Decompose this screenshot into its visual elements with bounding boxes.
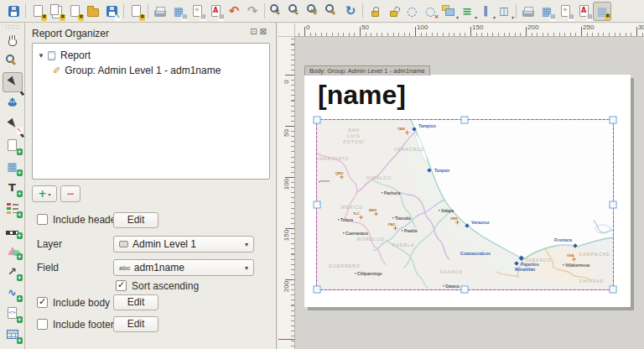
- save-icon[interactable]: [4, 2, 23, 21]
- microtext-settlement-label: [320, 180, 330, 182]
- save-as-icon[interactable]: ✎: [102, 2, 121, 21]
- zoom-actual-icon[interactable]: 1:1: [304, 2, 323, 21]
- svg-text:Tuxpan: Tuxpan: [434, 168, 449, 173]
- svg-text:TAM: TAM: [397, 127, 405, 131]
- distribute-items-icon[interactable]: ‖▾: [476, 2, 495, 21]
- resize-handle-n[interactable]: [461, 117, 469, 124]
- svg-text:HIDALGO: HIDALGO: [366, 175, 392, 180]
- include-footer-checkbox[interactable]: [37, 319, 48, 330]
- add-shape-tool-icon[interactable]: +: [3, 240, 23, 260]
- add-picture-tool-icon-glyph: ▦: [7, 161, 17, 172]
- export-svg-icon[interactable]: ✳▤: [188, 2, 206, 21]
- refresh-icon[interactable]: ↻: [341, 2, 360, 21]
- resize-handle-w[interactable]: [314, 201, 321, 209]
- add-html-tool-icon[interactable]: <>+: [3, 303, 23, 323]
- svg-text:Cuernavaca: Cuernavaca: [345, 232, 368, 236]
- edit-body-button[interactable]: Edit: [113, 294, 158, 310]
- layout-manager-icon[interactable]: ✱: [65, 2, 84, 21]
- svg-text:GUERRERO: GUERRERO: [329, 263, 361, 268]
- export-report-svg-icon-badge: ▤: [568, 14, 574, 21]
- resize-handle-s[interactable]: [461, 286, 469, 294]
- report-page[interactable]: [name]: [304, 75, 631, 307]
- edit-header-button[interactable]: Edit: [113, 212, 158, 228]
- report-title-label[interactable]: [name]: [318, 80, 406, 111]
- duplicate-layout-icon[interactable]: ✱: [47, 2, 65, 21]
- layer-label: Layer: [37, 238, 62, 250]
- add-pages-icon[interactable]: ✱: [127, 2, 145, 21]
- select-move-item-tool-icon[interactable]: [3, 72, 23, 92]
- resize-items-icon[interactable]: ◫▾: [495, 2, 513, 21]
- sort-ascending-checkbox[interactable]: [116, 280, 127, 291]
- export-image-icon[interactable]: ▦▤: [169, 2, 188, 21]
- add-scalebar-tool-icon[interactable]: +: [3, 219, 23, 239]
- add-legend-tool-icon[interactable]: +: [3, 198, 23, 218]
- group-items-icon[interactable]: ◌: [402, 2, 421, 21]
- edit-footer-button[interactable]: Edit: [113, 316, 158, 332]
- add-attribute-table-tool-icon-badge: +: [17, 337, 23, 344]
- pan-tool-icon[interactable]: [3, 30, 23, 50]
- svg-text:Minatitlán: Minatitlán: [515, 267, 535, 272]
- resize-handle-e[interactable]: [610, 201, 617, 209]
- resize-handle-ne[interactable]: [610, 117, 617, 124]
- tree-item-group[interactable]: ✐ Group: Admin Level 1 - adm1name: [33, 63, 269, 78]
- add-attribute-table-tool-icon[interactable]: +: [3, 324, 23, 344]
- redo-icon[interactable]: ↷: [243, 2, 262, 21]
- lock-items-icon[interactable]: [366, 2, 384, 21]
- move-item-content-tool-icon[interactable]: ↔↕: [3, 93, 23, 113]
- include-body-checkbox[interactable]: [37, 297, 48, 308]
- align-items-icon[interactable]: ≡▾: [458, 2, 476, 21]
- svg-text:Frontera: Frontera: [554, 237, 572, 242]
- resize-handle-sw[interactable]: [314, 286, 321, 294]
- tree-item-label: Group: Admin Level 1 - adm1name: [65, 65, 221, 76]
- toolbar-separator: [148, 3, 148, 18]
- raise-items-icon[interactable]: ▾: [439, 2, 458, 21]
- edit-report-icon[interactable]: ▦✱: [593, 2, 611, 21]
- zoom-in-icon[interactable]: +: [267, 2, 286, 21]
- resize-items-icon-glyph: ◫: [499, 6, 508, 16]
- expander-icon[interactable]: ▼: [38, 52, 48, 60]
- add-arrow-tool-icon[interactable]: ↗+: [3, 261, 23, 281]
- zoom-full-icon[interactable]: ◇: [323, 2, 341, 21]
- add-label-tool-icon[interactable]: T+: [3, 177, 23, 197]
- zoom-out-icon[interactable]: −: [286, 2, 304, 21]
- svg-text:SAN: SAN: [348, 128, 360, 133]
- tree-item-report[interactable]: ▼ Report: [33, 48, 269, 63]
- print-report-icon[interactable]: [519, 2, 538, 21]
- map-item[interactable]: SAN LUIS POTOSÍ VERACRUZ GUANAJUATO HIDA…: [317, 120, 613, 289]
- include-header-checkbox[interactable]: [37, 214, 48, 225]
- zoom-tool-icon[interactable]: [3, 51, 23, 71]
- ungroup-items-icon-badge: ×: [434, 14, 439, 21]
- open-layout-icon[interactable]: [84, 2, 102, 21]
- export-report-svg-icon[interactable]: ✳▤: [556, 2, 574, 21]
- ungroup-items-icon[interactable]: ◌×: [421, 2, 439, 21]
- edit-nodes-item-tool-icon[interactable]: ✎: [3, 114, 23, 134]
- resize-handle-se[interactable]: [610, 286, 617, 294]
- unlock-items-icon[interactable]: [384, 2, 402, 21]
- panel-close-icon[interactable]: ⊠: [260, 27, 269, 36]
- ruler-label: 250: [583, 23, 594, 31]
- toolbar-grip[interactable]: [5, 24, 20, 29]
- svg-text:PBC: PBC: [388, 222, 396, 227]
- mouse-position-indicator: [278, 339, 294, 340]
- svg-text:CHIAPAS: CHIAPAS: [579, 279, 603, 284]
- report-document-icon: [48, 51, 55, 60]
- remove-section-button[interactable]: −: [60, 185, 80, 202]
- new-layout-icon[interactable]: ✱: [29, 2, 47, 21]
- field-combobox[interactable]: abc adm1name ▾: [113, 259, 254, 276]
- lock-items-icon-glyph: [371, 11, 379, 17]
- add-map-tool-icon[interactable]: +: [3, 135, 23, 155]
- add-picture-tool-icon[interactable]: ▦+: [3, 156, 23, 176]
- undo-icon[interactable]: ↶: [225, 2, 243, 21]
- export-pdf-icon[interactable]: A▤: [206, 2, 225, 21]
- export-report-image-icon[interactable]: ▦▤: [538, 2, 556, 21]
- panel-float-icon[interactable]: ⊡: [250, 27, 259, 36]
- export-pdf-icon-badge: ▤: [218, 14, 225, 21]
- layout-view[interactable]: Body: Group: Admin Level 1 - adm1name [n…: [295, 37, 644, 349]
- print-layout-icon[interactable]: [151, 2, 169, 21]
- svg-text:Pachuca: Pachuca: [384, 191, 401, 195]
- resize-handle-nw[interactable]: [314, 117, 321, 124]
- export-report-pdf-icon[interactable]: A▤: [574, 2, 593, 21]
- add-node-item-tool-icon[interactable]: ∿+: [3, 282, 23, 302]
- layer-combobox[interactable]: Admin Level 1 ▾: [113, 236, 254, 253]
- add-section-button[interactable]: +▾: [32, 185, 57, 202]
